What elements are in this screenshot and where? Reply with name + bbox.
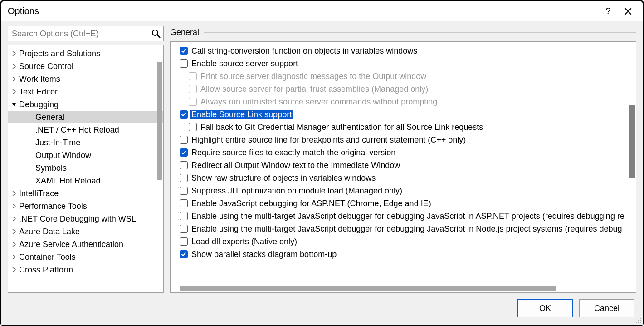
close-button[interactable] (618, 3, 638, 20)
chevron-right-icon (11, 76, 17, 82)
option-row[interactable]: Fall back to Git Credential Manager auth… (171, 121, 636, 133)
tree-item[interactable]: .NET Core Debugging with WSL (8, 212, 163, 225)
tree-item-label: Performance Tools (19, 202, 87, 211)
no-icon (27, 114, 34, 120)
chevron-right-icon (11, 267, 17, 273)
option-row[interactable]: Show raw structure of objects in variabl… (171, 172, 636, 184)
tree-item-label: Azure Data Lake (19, 227, 80, 237)
tree-item[interactable]: Output Window (8, 149, 163, 162)
category-tree: Projects and SolutionsSource ControlWork… (8, 45, 164, 293)
right-pane: General Call string-conversion function … (170, 26, 636, 293)
option-row[interactable]: Enable using the multi-target JavaScript… (171, 222, 636, 235)
section-rule (204, 32, 636, 33)
tree-item[interactable]: Performance Tools (8, 200, 163, 212)
resize-grip-icon[interactable] (634, 316, 642, 324)
option-row[interactable]: Highlight entire source line for breakpo… (171, 133, 636, 146)
tree-item[interactable]: Azure Data Lake (8, 225, 163, 238)
svg-point-6 (640, 322, 641, 323)
tree-item-label: Container Tools (19, 252, 76, 262)
checkbox[interactable] (180, 237, 188, 246)
tree-item-label: Just-In-Time (35, 138, 80, 148)
option-row[interactable]: Suppress JIT optimization on module load… (171, 184, 636, 197)
content-row: Projects and SolutionsSource ControlWork… (1, 21, 643, 293)
no-icon (27, 139, 34, 146)
tree-item-label: Cross Platform (19, 265, 73, 275)
tree-item-label: .NET Core Debugging with WSL (19, 214, 136, 224)
options-dialog: Options ? Projects and SolutionsSource C… (0, 0, 644, 326)
option-row[interactable]: Load dll exports (Native only) (171, 235, 636, 248)
tree-item[interactable]: Just-In-Time (8, 136, 163, 149)
checkbox[interactable] (180, 250, 188, 258)
help-button[interactable]: ? (598, 3, 618, 20)
svg-point-0 (152, 30, 158, 35)
checkbox[interactable] (180, 199, 188, 207)
checkbox[interactable] (180, 161, 188, 169)
options-vscrollbar[interactable] (629, 105, 635, 178)
option-row[interactable]: Enable Source Link support (171, 108, 636, 121)
checkbox[interactable] (180, 174, 188, 182)
tree-item[interactable]: XAML Hot Reload (8, 174, 163, 187)
options-panel: Call string-conversion function on objec… (170, 41, 636, 293)
tree-item[interactable]: Container Tools (8, 251, 163, 263)
left-pane: Projects and SolutionsSource ControlWork… (8, 26, 164, 293)
no-icon (27, 178, 34, 184)
checkbox (189, 85, 197, 93)
checkbox[interactable] (189, 123, 197, 131)
option-label: Print source server diagnostic messages … (200, 72, 427, 81)
option-row[interactable]: Require source files to exactly match th… (171, 146, 636, 159)
tree-item[interactable]: Work Items (8, 73, 163, 85)
checkbox[interactable] (180, 136, 188, 144)
option-row: Always run untrusted source server comma… (171, 95, 636, 108)
tree-item[interactable]: Cross Platform (8, 263, 163, 276)
no-icon (27, 165, 34, 171)
option-label: Load dll exports (Native only) (190, 237, 298, 247)
checkbox[interactable] (180, 47, 188, 55)
tree-item[interactable]: Symbols (8, 162, 163, 174)
tree-item[interactable]: Source Control (8, 60, 163, 73)
section-header: General (170, 26, 636, 39)
option-row[interactable]: Enable JavaScript debugging for ASP.NET … (171, 197, 636, 210)
option-label: Show raw structure of objects in variabl… (190, 173, 376, 183)
option-row[interactable]: Enable source server support (171, 57, 636, 70)
option-label: Allow source server for partial trust as… (200, 84, 429, 94)
ok-button[interactable]: OK (517, 299, 573, 317)
checkbox[interactable] (180, 212, 188, 220)
svg-point-3 (640, 320, 641, 321)
tree-scrollbar[interactable] (157, 62, 162, 180)
search-input[interactable] (8, 26, 163, 41)
checkbox[interactable] (180, 59, 188, 68)
options-hscrollbar[interactable] (180, 286, 556, 291)
tree-item[interactable]: Projects and Solutions (8, 47, 163, 60)
tree-item-label: XAML Hot Reload (35, 176, 100, 186)
option-row: Print source server diagnostic messages … (171, 70, 636, 83)
option-row[interactable]: Enable using the multi-target JavaScript… (171, 210, 636, 222)
option-label: Enable JavaScript debugging for ASP.NET … (190, 199, 432, 208)
option-row[interactable]: Show parallel stacks diagram bottom-up (171, 248, 636, 261)
option-label: Enable using the multi-target JavaScript… (190, 212, 625, 221)
checkbox[interactable] (180, 148, 188, 157)
tree-item[interactable]: Text Editor (8, 85, 163, 98)
option-row[interactable]: Call string-conversion function on objec… (171, 44, 636, 57)
tree-item-label: Debugging (19, 100, 59, 109)
help-icon: ? (605, 6, 610, 16)
chevron-right-icon (11, 63, 17, 69)
tree-item[interactable]: Azure Service Authentication (8, 238, 163, 251)
no-icon (27, 152, 34, 158)
close-icon (624, 7, 632, 15)
search-icon (151, 29, 161, 38)
tree-item[interactable]: General (8, 111, 163, 123)
tree-item[interactable]: .NET / C++ Hot Reload (8, 123, 163, 136)
tree-item-label: Azure Service Authentication (19, 240, 123, 249)
tree-item-label: General (35, 113, 64, 122)
cancel-button[interactable]: Cancel (579, 299, 634, 317)
tree-item[interactable]: Debugging (8, 98, 163, 111)
checkbox[interactable] (180, 187, 188, 195)
checkbox (189, 98, 197, 106)
option-row[interactable]: Redirect all Output Window text to the I… (171, 159, 636, 172)
tree-list[interactable]: Projects and SolutionsSource ControlWork… (8, 45, 163, 292)
checkbox[interactable] (180, 110, 188, 119)
tree-item[interactable]: IntelliTrace (8, 187, 163, 200)
chevron-down-icon (11, 101, 17, 108)
options-list[interactable]: Call string-conversion function on objec… (171, 42, 636, 292)
checkbox[interactable] (180, 225, 188, 233)
